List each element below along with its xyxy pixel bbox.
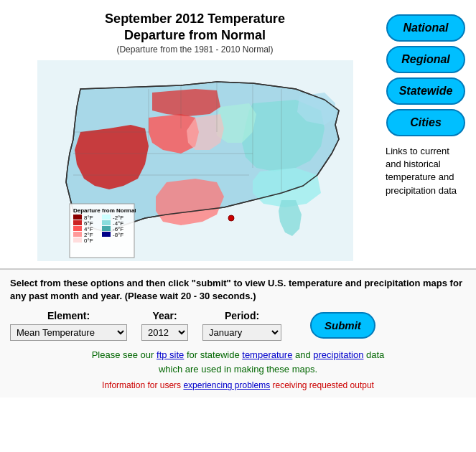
svg-rect-22: [102, 215, 111, 220]
year-group: Year: 2012 2011 2010 2009: [141, 310, 188, 341]
map-area: September 2012 Temperature Departure fro…: [7, 7, 383, 261]
ftp-link[interactable]: ftp site: [157, 349, 184, 360]
info-after-ftp: for statewide: [184, 349, 242, 360]
info-before-ftp: Please see our: [92, 349, 157, 360]
info-mid: and: [292, 349, 313, 360]
year-label: Year:: [141, 310, 188, 321]
submit-button[interactable]: Submit: [310, 312, 375, 339]
sidebar: National Regional Statewide Cities Links…: [383, 7, 469, 261]
problems-link[interactable]: experiencing problems: [183, 380, 270, 390]
period-select[interactable]: January February March April May June Ju…: [202, 324, 281, 341]
cities-button[interactable]: Cities: [386, 109, 465, 136]
map-title: September 2012 Temperature Departure fro…: [105, 11, 285, 44]
links-description: Links to current and historical temperat…: [383, 145, 469, 197]
period-group: Period: January February March April May…: [202, 310, 281, 341]
svg-text:-8°F: -8°F: [113, 232, 123, 238]
map-container: Departure from Normal 8°F 6°F 4°F 2°F 0°…: [37, 60, 353, 261]
statewide-button[interactable]: Statewide: [386, 77, 465, 105]
form-description: Select from these options and then click…: [10, 277, 466, 303]
element-label: Element:: [10, 310, 127, 321]
svg-rect-26: [102, 226, 111, 231]
svg-point-9: [228, 215, 234, 221]
warning-before: Information for users: [102, 380, 183, 390]
year-select[interactable]: 2012 2011 2010 2009: [141, 324, 188, 341]
warning-text: Information for users experiencing probl…: [10, 380, 466, 390]
svg-rect-12: [73, 215, 82, 220]
warning-after: receiving requested output: [270, 380, 374, 390]
bottom-section: Select from these options and then click…: [0, 270, 476, 397]
svg-rect-20: [73, 237, 82, 243]
form-row: Element: Mean Temperature Maximum Temper…: [10, 310, 466, 341]
svg-rect-14: [73, 220, 82, 225]
svg-rect-24: [102, 220, 111, 225]
us-map-svg: Departure from Normal 8°F 6°F 4°F 2°F 0°…: [37, 60, 353, 261]
info-text: Please see our ftp site for statewide te…: [10, 348, 466, 376]
svg-rect-18: [73, 232, 82, 237]
precipitation-link[interactable]: precipitation: [313, 349, 363, 360]
element-group: Element: Mean Temperature Maximum Temper…: [10, 310, 127, 341]
period-label: Period:: [202, 310, 281, 321]
regional-button[interactable]: Regional: [386, 46, 465, 73]
element-select[interactable]: Mean Temperature Maximum Temperature Min…: [10, 324, 127, 341]
svg-text:0°F: 0°F: [84, 237, 93, 244]
temperature-link[interactable]: temperature: [242, 349, 292, 360]
svg-text:Departure from Normal: Departure from Normal: [73, 207, 136, 214]
svg-rect-16: [73, 226, 82, 231]
svg-rect-28: [102, 232, 111, 237]
national-button[interactable]: National: [386, 14, 465, 42]
map-subtitle: (Departure from the 1981 - 2010 Normal): [116, 44, 273, 55]
